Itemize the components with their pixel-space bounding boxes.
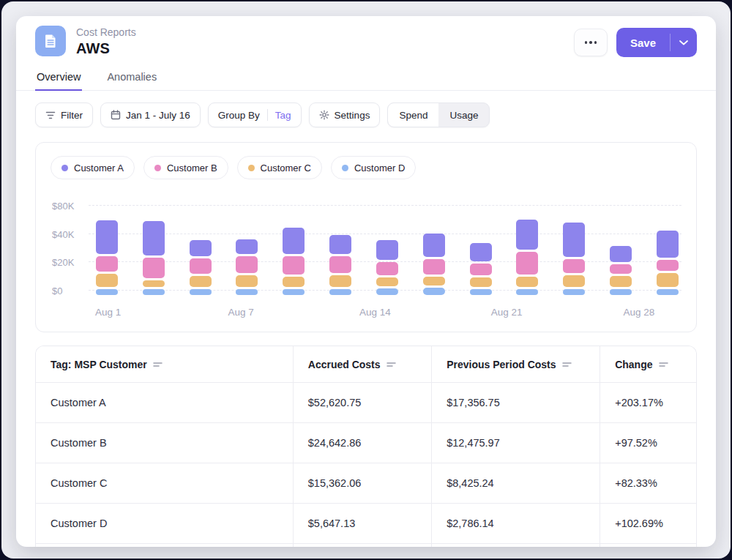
save-button[interactable]: Save — [616, 28, 670, 57]
bar-segment-customer-d[interactable] — [376, 288, 398, 295]
date-range-label: Jan 1 - July 16 — [126, 110, 190, 121]
settings-button[interactable]: Settings — [309, 102, 381, 127]
bar-segment-customer-c[interactable] — [423, 277, 445, 285]
table-row-customer-a[interactable]: Customer A$52,620.75$17,356.75+203.17% — [36, 383, 696, 423]
x-tick-label: Aug 1 — [95, 307, 121, 318]
x-tick-label: Aug 28 — [623, 307, 654, 318]
cell-change: +82.33% — [600, 463, 696, 504]
settings-label: Settings — [335, 110, 370, 121]
bar-segment-customer-b[interactable] — [423, 259, 445, 275]
segment-spend[interactable]: Spend — [388, 103, 438, 127]
cell-accrued: $24,642.86 — [294, 423, 432, 463]
column-header-accrued-costs[interactable]: Accrued Costs — [294, 346, 432, 383]
y-tick-label: $20K — [52, 257, 74, 268]
bar-segment-customer-b[interactable] — [563, 259, 585, 273]
segment-usage[interactable]: Usage — [438, 103, 489, 127]
chart-bar — [376, 240, 398, 295]
table-row-customer-c[interactable]: Customer C$15,362.06$8,425.24+82.33% — [36, 463, 696, 504]
bar-segment-customer-c[interactable] — [376, 277, 398, 286]
legend-pill-customer-d[interactable]: Customer D — [331, 156, 416, 179]
bar-segment-customer-a[interactable] — [516, 220, 538, 249]
bar-segment-customer-a[interactable] — [657, 231, 679, 258]
bar-segment-customer-a[interactable] — [423, 234, 445, 257]
sort-icon — [659, 362, 668, 367]
bar-segment-customer-a[interactable] — [190, 240, 212, 256]
filter-label: Filter — [61, 110, 83, 121]
column-header-previous-period-costs[interactable]: Previous Period Costs — [432, 346, 600, 383]
bar-segment-customer-c[interactable] — [236, 275, 258, 287]
bar-segment-customer-b[interactable] — [190, 258, 212, 274]
y-tick-label: $0 — [52, 285, 62, 296]
bar-segment-customer-d[interactable] — [143, 289, 165, 295]
bar-segment-customer-c[interactable] — [610, 276, 632, 287]
tab-overview[interactable]: Overview — [35, 67, 82, 91]
bar-segment-customer-d[interactable] — [470, 289, 492, 295]
calendar-icon — [111, 110, 121, 120]
bar-segment-customer-c[interactable] — [190, 276, 212, 287]
window-header: Cost Reports AWS Save — [16, 16, 716, 58]
bar-segment-customer-c[interactable] — [470, 277, 492, 287]
bar-segment-customer-b[interactable] — [610, 264, 632, 274]
bar-segment-customer-b[interactable] — [283, 256, 305, 275]
save-dropdown-button[interactable] — [671, 28, 697, 57]
bar-segment-customer-d[interactable] — [329, 289, 351, 295]
cell-change: +203.17% — [600, 383, 696, 423]
table-row-customer-d[interactable]: Customer D$5,647.13$2,786.14+102.69% — [36, 504, 696, 544]
bar-segment-customer-c[interactable] — [283, 277, 305, 287]
bar-segment-customer-a[interactable] — [376, 240, 398, 260]
tab-anomalies[interactable]: Anomalies — [105, 67, 158, 91]
legend-pill-customer-b[interactable]: Customer B — [143, 156, 228, 179]
date-range-button[interactable]: Jan 1 - July 16 — [100, 102, 201, 127]
legend-label: Customer D — [354, 163, 405, 173]
toolbar: Filter Jan 1 - July 16 Group By Tag — [16, 91, 716, 127]
cell-empty — [294, 544, 432, 547]
bar-segment-customer-d[interactable] — [516, 289, 538, 295]
bar-segment-customer-a[interactable] — [610, 246, 632, 261]
cell-accrued: $15,362.06 — [294, 463, 432, 504]
bar-segment-customer-a[interactable] — [329, 235, 351, 254]
bar-segment-customer-b[interactable] — [516, 252, 538, 275]
title-block: Cost Reports AWS — [76, 26, 136, 58]
filter-button[interactable]: Filter — [35, 102, 93, 127]
bar-segment-customer-c[interactable] — [96, 274, 118, 287]
bar-segment-customer-d[interactable] — [657, 289, 679, 295]
bar-segment-customer-b[interactable] — [236, 256, 258, 273]
y-tick-label: $40K — [52, 228, 74, 239]
more-options-button[interactable] — [574, 29, 608, 56]
bar-segment-customer-a[interactable] — [96, 220, 118, 253]
group-by-divider — [267, 109, 268, 121]
bar-segment-customer-b[interactable] — [143, 258, 165, 278]
bar-segment-customer-c[interactable] — [657, 273, 679, 287]
bar-segment-customer-c[interactable] — [516, 277, 538, 287]
bar-segment-customer-d[interactable] — [190, 289, 212, 295]
bar-segment-customer-b[interactable] — [376, 262, 398, 275]
bar-segment-customer-b[interactable] — [96, 256, 118, 272]
chart-body: $0$20K$40K$80K Aug 1Aug 7Aug 14Aug 21Aug… — [51, 197, 681, 321]
legend-pill-customer-a[interactable]: Customer A — [51, 156, 135, 179]
cell-change: +102.69% — [600, 504, 696, 544]
group-by-button[interactable]: Group By Tag — [208, 102, 302, 127]
bar-segment-customer-d[interactable] — [423, 288, 445, 295]
bar-segment-customer-b[interactable] — [470, 264, 492, 275]
bar-segment-customer-b[interactable] — [657, 260, 679, 271]
bar-segment-customer-a[interactable] — [563, 223, 585, 256]
bar-segment-customer-a[interactable] — [143, 221, 165, 255]
bar-segment-customer-a[interactable] — [283, 228, 305, 253]
bar-segment-customer-a[interactable] — [470, 243, 492, 261]
bar-segment-customer-d[interactable] — [610, 289, 632, 295]
bar-segment-customer-d[interactable] — [96, 289, 118, 295]
legend-dot — [61, 165, 68, 171]
bar-segment-customer-d[interactable] — [236, 289, 258, 295]
column-header-change[interactable]: Change — [600, 346, 696, 383]
bar-segment-customer-c[interactable] — [329, 275, 351, 287]
table-row-customer-b[interactable]: Customer B$24,642.86$12,475.97+97.52% — [36, 423, 696, 463]
legend-pill-customer-c[interactable]: Customer C — [237, 156, 322, 179]
bar-segment-customer-b[interactable] — [329, 256, 351, 273]
bar-segment-customer-c[interactable] — [563, 275, 585, 287]
column-header-tag-msp-customer[interactable]: Tag: MSP Customer — [36, 346, 294, 383]
bar-segment-customer-c[interactable] — [143, 280, 165, 287]
chart-bar — [516, 220, 538, 295]
bar-segment-customer-d[interactable] — [283, 289, 305, 295]
bar-segment-customer-a[interactable] — [236, 239, 258, 253]
bar-segment-customer-d[interactable] — [563, 289, 585, 295]
